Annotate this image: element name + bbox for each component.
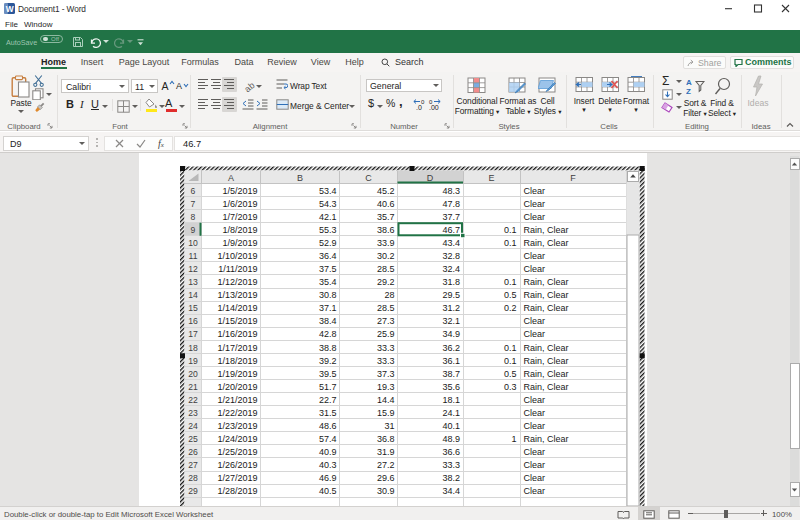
svg-text:20: 20 (188, 369, 198, 379)
svg-text:39.5: 39.5 (319, 369, 337, 379)
svg-text:51.7: 51.7 (319, 382, 337, 392)
svg-text:31.9: 31.9 (377, 447, 395, 457)
svg-text:40.9: 40.9 (319, 447, 337, 457)
svg-text:A: A (686, 78, 692, 87)
svg-text:1/6/2019: 1/6/2019 (222, 199, 257, 209)
svg-text:38.2: 38.2 (442, 473, 460, 483)
svg-text:28.5: 28.5 (377, 303, 395, 313)
svg-text:30.8: 30.8 (319, 290, 337, 300)
svg-text:45.2: 45.2 (377, 186, 395, 196)
svg-text:43.4: 43.4 (442, 238, 460, 248)
svg-text:1/12/2019: 1/12/2019 (217, 277, 257, 287)
svg-text:Rain, Clear: Rain, Clear (524, 277, 569, 287)
svg-text:ab: ab (242, 80, 256, 92)
svg-text:33.3: 33.3 (442, 460, 460, 470)
svg-text:1: 1 (511, 434, 516, 444)
svg-text:0.5: 0.5 (504, 290, 517, 300)
svg-text:15.9: 15.9 (377, 408, 395, 418)
svg-text:Z: Z (686, 87, 691, 96)
svg-text:37.1: 37.1 (319, 303, 337, 313)
svg-text:35.6: 35.6 (442, 382, 460, 392)
svg-text:38.6: 38.6 (377, 225, 395, 235)
svg-text:13: 13 (188, 277, 198, 287)
svg-text:1/8/2019: 1/8/2019 (222, 225, 257, 235)
svg-text:27: 27 (188, 460, 198, 470)
svg-text:1/13/2019: 1/13/2019 (217, 290, 257, 300)
svg-text:30.9: 30.9 (377, 486, 395, 496)
svg-text:57.4: 57.4 (319, 434, 337, 444)
svg-text:Rain, Clear: Rain, Clear (524, 434, 569, 444)
svg-text:30.2: 30.2 (377, 251, 395, 261)
svg-text:17: 17 (188, 329, 198, 339)
svg-text:Clear: Clear (524, 421, 546, 431)
svg-text:1/23/2019: 1/23/2019 (217, 421, 257, 431)
svg-text:7: 7 (191, 199, 196, 209)
svg-text:B: B (297, 173, 303, 183)
svg-text:Rain, Clear: Rain, Clear (524, 369, 569, 379)
svg-text:33.3: 33.3 (377, 356, 395, 366)
svg-text:22: 22 (188, 395, 198, 405)
svg-text:0.3: 0.3 (504, 382, 517, 392)
svg-text:Clear: Clear (524, 473, 546, 483)
svg-text:Clear: Clear (524, 316, 546, 326)
svg-text:12: 12 (188, 264, 198, 274)
svg-text:Rain, Clear: Rain, Clear (524, 303, 569, 313)
svg-text:28: 28 (188, 473, 198, 483)
svg-text:1/25/2019: 1/25/2019 (217, 447, 257, 457)
svg-text:28: 28 (384, 290, 394, 300)
svg-text:25: 25 (188, 434, 198, 444)
svg-text:.00: .00 (429, 104, 439, 111)
svg-text:1/27/2019: 1/27/2019 (217, 473, 257, 483)
svg-text:E: E (488, 173, 494, 183)
svg-text:37.5: 37.5 (319, 264, 337, 274)
svg-text:48.9: 48.9 (442, 434, 460, 444)
svg-text:47.8: 47.8 (442, 199, 460, 209)
svg-text:46.9: 46.9 (319, 473, 337, 483)
svg-text:11: 11 (189, 251, 198, 261)
svg-text:0.2: 0.2 (504, 303, 517, 313)
svg-text:25.9: 25.9 (377, 329, 395, 339)
svg-text:54.3: 54.3 (319, 199, 337, 209)
svg-text:0.5: 0.5 (504, 369, 517, 379)
svg-text:23: 23 (188, 408, 198, 418)
svg-text:40.3: 40.3 (319, 460, 337, 470)
svg-text:34.9: 34.9 (442, 329, 460, 339)
svg-text:36.4: 36.4 (319, 251, 337, 261)
svg-text:42.1: 42.1 (319, 212, 337, 222)
svg-text:Clear: Clear (524, 199, 546, 209)
svg-text:29.2: 29.2 (377, 277, 395, 287)
svg-text:Clear: Clear (524, 408, 546, 418)
svg-text:W: W (6, 4, 14, 14)
svg-text:1/24/2019: 1/24/2019 (217, 434, 257, 444)
svg-text:31.5: 31.5 (319, 408, 337, 418)
svg-text:32.4: 32.4 (442, 264, 460, 274)
svg-text:48.6: 48.6 (319, 421, 337, 431)
svg-text:37.7: 37.7 (442, 212, 460, 222)
svg-text:.0: .0 (416, 104, 422, 111)
svg-text:0: 0 (421, 99, 425, 105)
svg-text:19.3: 19.3 (377, 382, 395, 392)
svg-text:Clear: Clear (524, 212, 546, 222)
svg-text:38.4: 38.4 (319, 316, 337, 326)
svg-text:1/21/2019: 1/21/2019 (217, 395, 257, 405)
svg-text:33.9: 33.9 (377, 238, 395, 248)
svg-text:40.5: 40.5 (319, 486, 337, 496)
svg-text:9: 9 (191, 225, 196, 235)
svg-text:48.3: 48.3 (442, 186, 460, 196)
svg-text:39.2: 39.2 (319, 356, 337, 366)
svg-text:1/19/2019: 1/19/2019 (217, 369, 257, 379)
svg-text:18: 18 (188, 343, 198, 353)
svg-text:35.4: 35.4 (319, 277, 337, 287)
svg-text:29.5: 29.5 (442, 290, 460, 300)
svg-text:18.1: 18.1 (442, 395, 460, 405)
svg-text:27.3: 27.3 (377, 316, 395, 326)
svg-text:0.1: 0.1 (504, 277, 517, 287)
svg-text:46.7: 46.7 (442, 225, 460, 235)
svg-text:14: 14 (188, 290, 198, 300)
svg-text:38.7: 38.7 (442, 369, 460, 379)
svg-text:24.1: 24.1 (442, 408, 460, 418)
svg-text:36.8: 36.8 (377, 434, 395, 444)
svg-text:27.2: 27.2 (377, 460, 395, 470)
svg-text:0.1: 0.1 (504, 225, 517, 235)
svg-text:D: D (427, 173, 434, 183)
